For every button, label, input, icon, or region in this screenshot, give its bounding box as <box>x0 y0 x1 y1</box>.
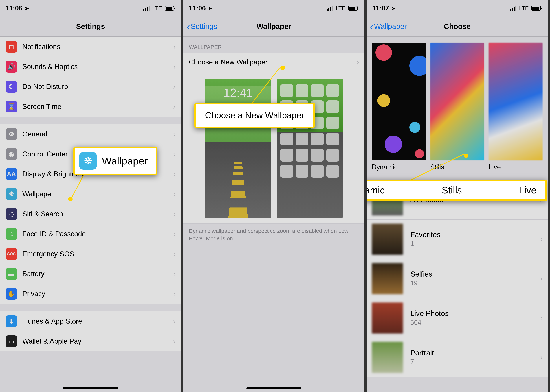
category-label: Live <box>489 163 543 171</box>
page-title: Choose <box>444 22 471 31</box>
status-time: 11:06 <box>189 4 206 12</box>
battery-icon <box>531 6 541 11</box>
highlight-dot <box>68 197 73 201</box>
row-icon: AA <box>6 168 17 180</box>
row-label: Battery <box>22 270 173 278</box>
album-text: Live Photos564 <box>410 309 540 326</box>
settings-row-battery[interactable]: ▬Battery› <box>0 264 181 284</box>
lock-screen-preview[interactable]: 12:41 <box>205 79 271 218</box>
choose-new-wallpaper-row[interactable]: Choose a New Wallpaper › <box>183 53 364 71</box>
row-label: Wallet & Apple Pay <box>22 337 173 345</box>
chevron-right-icon: › <box>173 150 176 158</box>
dynamic-thumb <box>372 43 426 160</box>
settings-row-siri-search[interactable]: ◌Siri & Search› <box>0 204 181 224</box>
network-label: LTE <box>336 5 345 11</box>
settings-row-general[interactable]: ⚙General› <box>0 124 181 144</box>
settings-row-itunes-app-store[interactable]: ⬇iTunes & App Store› <box>0 311 181 331</box>
album-row-portrait[interactable]: Portrait7› <box>367 338 548 377</box>
album-row-selfies[interactable]: Selfies19› <box>367 259 548 298</box>
category-label: Stills <box>430 163 484 171</box>
row-label: Sounds & Haptics <box>22 63 173 71</box>
album-count: 564 <box>410 319 540 326</box>
chevron-right-icon: › <box>173 63 176 71</box>
album-row-favorites[interactable]: Favorites1› <box>367 220 548 259</box>
settings-row-do-not-disturb[interactable]: ☾Do Not Disturb› <box>0 77 181 97</box>
signal-icon <box>510 6 516 11</box>
row-icon: ◌ <box>6 208 17 220</box>
settings-row-sounds-haptics[interactable]: 🔊Sounds & Haptics› <box>0 57 181 77</box>
chevron-right-icon: › <box>173 83 176 91</box>
chevron-right-icon: › <box>173 250 176 258</box>
row-icon: ▭ <box>6 336 17 347</box>
wallpaper-preview-row: 12:41 <box>183 71 364 224</box>
row-icon: SOS <box>6 248 17 260</box>
settings-row-wallet-apple-pay[interactable]: ▭Wallet & Apple Pay› <box>0 331 181 351</box>
album-count: 1 <box>410 240 540 248</box>
row-label: Screen Time <box>22 103 173 111</box>
back-label: Settings <box>191 22 217 31</box>
highlight-item: Dynamic <box>367 185 385 196</box>
highlight-callout: Choose a New Wallpaper <box>194 103 315 128</box>
wallpaper-icon: ❋ <box>79 152 97 170</box>
row-icon: ⌛ <box>6 101 17 112</box>
home-indicator <box>246 387 301 389</box>
row-label: iTunes & App Store <box>22 317 173 325</box>
highlight-callout-bar: Dynamic Stills Live <box>367 180 547 201</box>
category-live[interactable]: Live <box>489 43 543 171</box>
nav-bar: ‹ Wallpaper Choose <box>367 16 548 37</box>
category-stills[interactable]: Stills <box>430 43 484 171</box>
battery-icon <box>165 6 174 11</box>
settings-row-face-id-passcode[interactable]: ☺Face ID & Passcode› <box>0 224 181 244</box>
row-label: Siri & Search <box>22 210 173 218</box>
screen-settings: 11:06 ➤ LTE Settings ◻︎Notifications›🔊So… <box>0 0 183 392</box>
battery-icon <box>348 6 357 11</box>
screen-wallpaper: 11:06 ➤ LTE ‹ Settings Wallpaper WALLPAP… <box>183 0 367 392</box>
chevron-right-icon: › <box>173 210 176 218</box>
highlight-item: Live <box>519 185 536 196</box>
album-thumb <box>372 263 403 294</box>
back-button[interactable]: ‹ Settings <box>187 22 217 31</box>
row-icon: ⬇ <box>6 315 17 327</box>
category-label: Dynamic <box>372 163 426 171</box>
album-name: Selfies <box>410 270 540 278</box>
status-bar: 11:07 ➤ LTE <box>367 0 548 16</box>
highlight-label: Choose a New Wallpaper <box>205 110 304 120</box>
settings-row-notifications[interactable]: ◻︎Notifications› <box>0 37 181 57</box>
row-icon: 🔊 <box>6 61 17 73</box>
row-label: Wallpaper <box>22 190 173 198</box>
row-icon: ◉ <box>6 148 17 160</box>
row-label: Face ID & Passcode <box>22 230 173 238</box>
settings-row-screen-time[interactable]: ⌛Screen Time› <box>0 97 181 117</box>
chevron-right-icon: › <box>540 314 543 322</box>
highlight-label: Wallpaper <box>102 155 148 167</box>
stills-thumb <box>430 43 484 160</box>
home-indicator <box>63 387 118 389</box>
highlight-dot <box>464 154 468 158</box>
row-label: Privacy <box>22 290 173 298</box>
category-dynamic[interactable]: Dynamic <box>372 43 426 171</box>
album-count: 19 <box>410 279 540 287</box>
settings-row-privacy[interactable]: ✋Privacy› <box>0 284 181 304</box>
album-text: Portrait7 <box>410 349 540 366</box>
album-name: Favorites <box>410 231 540 239</box>
row-icon: ☺ <box>6 228 17 240</box>
album-name: Live Photos <box>410 309 540 318</box>
chevron-right-icon: › <box>173 130 176 138</box>
album-row-live-photos[interactable]: Live Photos564› <box>367 298 548 338</box>
row-label: Do Not Disturb <box>22 83 173 91</box>
row-icon: ⚙ <box>6 128 17 140</box>
chevron-right-icon: › <box>357 58 359 66</box>
location-icon: ➤ <box>25 5 29 11</box>
settings-row-emergency-sos[interactable]: SOSEmergency SOS› <box>0 244 181 264</box>
settings-row-wallpaper[interactable]: ❋Wallpaper› <box>0 184 181 204</box>
row-icon: ▬ <box>6 268 17 280</box>
section-footer: Dynamic wallpaper and perspective zoom a… <box>183 224 364 245</box>
screen-choose: 11:07 ➤ LTE ‹ Wallpaper Choose Dynamic S… <box>367 0 550 392</box>
home-screen-preview[interactable] <box>277 79 343 218</box>
location-icon: ➤ <box>391 5 395 11</box>
chevron-right-icon: › <box>540 353 543 361</box>
back-button[interactable]: ‹ Wallpaper <box>370 22 407 31</box>
chevron-right-icon: › <box>173 317 176 326</box>
album-text: Favorites1 <box>410 231 540 248</box>
highlight-dot <box>280 66 285 70</box>
